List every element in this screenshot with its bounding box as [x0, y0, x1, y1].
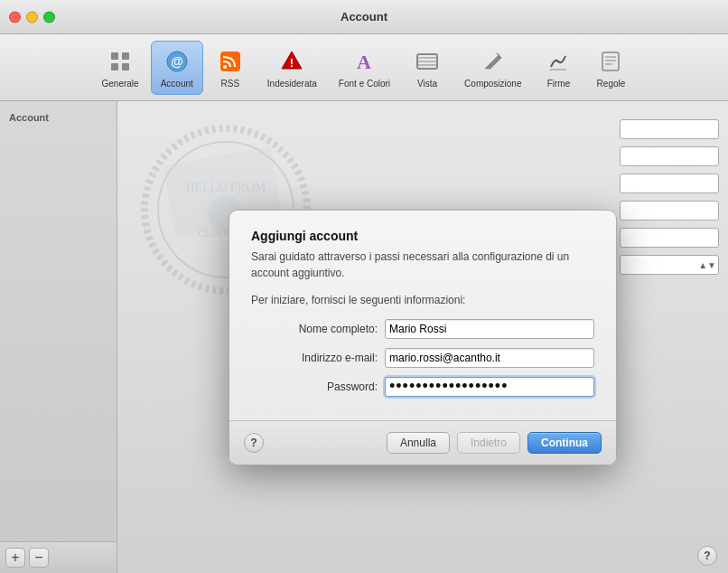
font-colori-icon: A — [350, 47, 378, 76]
sidebar: Account + − — [0, 101, 117, 573]
nome-label: Nome completo: — [251, 323, 378, 335]
add-account-button[interactable]: + — [5, 548, 25, 568]
dialog-title: Aggiungi account — [251, 229, 594, 243]
svg-rect-2 — [111, 63, 118, 70]
composizione-label: Composizione — [464, 79, 521, 89]
dialog-overlay: Aggiungi account Sarai guidato attravers… — [117, 101, 728, 573]
svg-text:A: A — [358, 51, 372, 73]
titlebar: Account — [0, 0, 728, 34]
main-content: Account + − HELLO FROM CUPERTINO ▲▼ — [0, 101, 728, 573]
traffic-lights — [9, 11, 55, 23]
svg-rect-0 — [111, 52, 118, 60]
generale-label: Generale — [102, 79, 139, 89]
window-title: Account — [341, 10, 387, 23]
generale-icon — [106, 47, 135, 76]
toolbar-item-firme[interactable]: Firme — [533, 41, 583, 95]
regole-icon — [596, 47, 625, 76]
firme-label: Firme — [547, 79, 571, 89]
vista-label: Vista — [417, 79, 437, 89]
password-row: Password: •••••••••••••••••• — [251, 377, 594, 397]
firme-icon — [544, 47, 573, 76]
nome-row: Nome completo: — [251, 319, 594, 339]
toolbar-item-generale[interactable]: Generale — [92, 41, 149, 95]
indesiderata-icon: ! — [277, 47, 306, 76]
toolbar-item-indesiderata[interactable]: ! Indesiderata — [257, 41, 327, 95]
account-icon: @ — [163, 47, 191, 76]
dialog-form-intro: Per iniziare, fornisci le seguenti infor… — [251, 294, 594, 306]
toolbar: Generale @ Account RSS ! Ind — [0, 34, 728, 101]
svg-rect-3 — [122, 63, 129, 70]
continua-button[interactable]: Continua — [527, 432, 602, 454]
email-input[interactable] — [385, 348, 594, 368]
content-area: HELLO FROM CUPERTINO ▲▼ Aggiungi account — [117, 101, 728, 573]
indesiderata-label: Indesiderata — [267, 79, 317, 89]
email-row: Indirizzo e-mail: — [251, 348, 594, 368]
toolbar-item-account[interactable]: @ Account — [151, 41, 203, 95]
password-label: Password: — [251, 380, 378, 393]
close-button[interactable] — [9, 11, 21, 23]
svg-text:@: @ — [171, 54, 183, 69]
toolbar-item-rss[interactable]: RSS — [205, 41, 256, 95]
sidebar-bottom: + − — [0, 541, 117, 573]
dialog-description: Sarai guidato attraverso i passi necessa… — [251, 249, 594, 281]
toolbar-item-font-colori[interactable]: A Font e Colori — [329, 41, 400, 95]
indietro-button: Indietro — [457, 432, 520, 454]
email-label: Indirizzo e-mail: — [251, 352, 378, 364]
toolbar-item-vista[interactable]: Vista — [402, 41, 453, 95]
svg-point-7 — [223, 65, 227, 69]
account-label: Account — [161, 79, 193, 89]
add-account-dialog: Aggiungi account Sarai guidato attravers… — [229, 210, 617, 465]
toolbar-item-regole[interactable]: Regole — [585, 41, 636, 95]
font-colori-label: Font e Colori — [339, 79, 390, 89]
svg-rect-17 — [602, 52, 619, 70]
remove-account-button[interactable]: − — [29, 548, 49, 568]
composizione-icon — [479, 47, 508, 76]
dialog-body: Aggiungi account Sarai guidato attravers… — [229, 211, 616, 420]
rss-label: RSS — [221, 79, 240, 89]
password-input[interactable]: •••••••••••••••••• — [385, 377, 594, 397]
dialog-buttons: ? Annulla Indietro Continua — [229, 421, 616, 465]
help-button[interactable]: ? — [244, 433, 264, 453]
nome-input[interactable] — [385, 319, 594, 339]
rss-icon — [216, 47, 245, 76]
sidebar-header: Account — [0, 108, 117, 128]
svg-text:!: ! — [290, 56, 294, 70]
action-buttons: Annulla Indietro Continua — [387, 432, 602, 454]
svg-rect-1 — [122, 52, 129, 60]
minimize-button[interactable] — [26, 11, 38, 23]
maximize-button[interactable] — [43, 11, 55, 23]
toolbar-item-composizione[interactable]: Composizione — [454, 41, 531, 95]
vista-icon — [413, 47, 442, 76]
regole-label: Regole — [597, 79, 626, 89]
annulla-button[interactable]: Annulla — [387, 432, 450, 454]
